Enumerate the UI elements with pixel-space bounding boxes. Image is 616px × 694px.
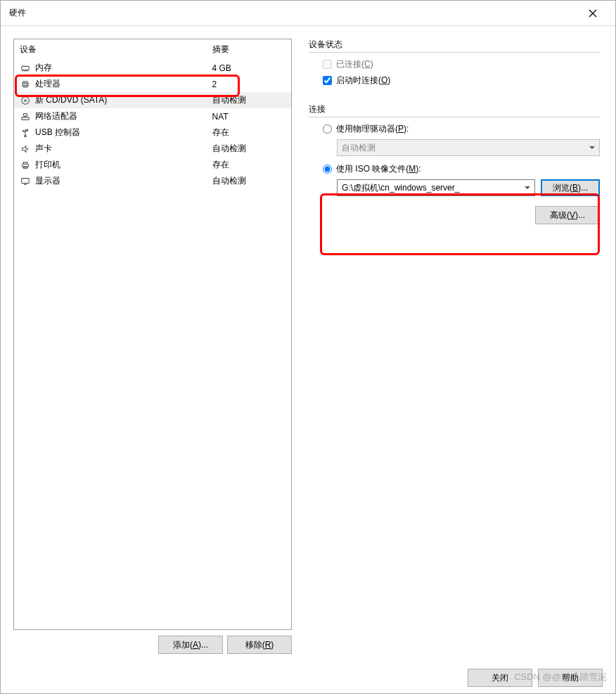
connected-label: 已连接(C) bbox=[336, 58, 373, 70]
device-name: 打印机 bbox=[35, 160, 60, 169]
usb-icon bbox=[20, 127, 31, 139]
dialog-body: 设备 摘要 内存4 GB处理器2新 CD/DVD (SATA)自动检测网络适配器… bbox=[1, 26, 615, 662]
close-dialog-button[interactable]: 关闭 bbox=[468, 669, 532, 687]
network-icon bbox=[20, 111, 31, 122]
device-cell: 显示器 bbox=[14, 173, 207, 189]
device-name: 声卡 bbox=[35, 143, 52, 153]
device-cell: 打印机 bbox=[14, 157, 207, 173]
device-cell: 内存 bbox=[14, 60, 207, 76]
physical-drive-label: 使用物理驱动器(P): bbox=[336, 123, 409, 135]
advanced-button[interactable]: 高级(V)... bbox=[535, 206, 600, 224]
device-summary: 自动检测 bbox=[207, 173, 291, 189]
device-cell: 网络适配器 bbox=[14, 108, 207, 124]
physical-drive-combo[interactable]: 自动检测 bbox=[337, 139, 600, 156]
dialog-header: 硬件 bbox=[1, 1, 615, 26]
iso-label: 使用 ISO 映像文件(M): bbox=[336, 163, 421, 175]
device-name: USB 控制器 bbox=[35, 127, 80, 137]
device-summary: 存在 bbox=[207, 157, 291, 173]
connect-on-power-label: 启动时连接(O) bbox=[336, 75, 390, 86]
right-panel: 设备状态 已连接(C) 启动时连接(O) 连接 bbox=[306, 39, 603, 654]
connection-group: 连接 使用物理驱动器(P): 自动检测 使用 ISO 映像文件(M): bbox=[309, 103, 600, 224]
device-summary: 自动检测 bbox=[207, 141, 291, 157]
device-list[interactable]: 设备 摘要 内存4 GB处理器2新 CD/DVD (SATA)自动检测网络适配器… bbox=[13, 39, 292, 630]
device-name: 新 CD/DVD (SATA) bbox=[35, 95, 107, 105]
close-button[interactable] bbox=[579, 2, 607, 25]
device-summary: 存在 bbox=[207, 124, 291, 141]
device-cell: 处理器 bbox=[14, 76, 207, 92]
left-button-row: 添加(A)... 移除(R) bbox=[13, 636, 292, 654]
table-row[interactable]: 打印机存在 bbox=[14, 157, 291, 173]
close-icon bbox=[589, 9, 597, 18]
table-row[interactable]: 新 CD/DVD (SATA)自动检测 bbox=[14, 92, 291, 108]
table-row[interactable]: USB 控制器存在 bbox=[14, 124, 291, 141]
device-summary: 2 bbox=[207, 76, 291, 92]
device-cell: 新 CD/DVD (SATA) bbox=[14, 92, 207, 108]
device-name: 显示器 bbox=[35, 176, 60, 186]
add-button[interactable]: 添加(A)... bbox=[158, 636, 223, 654]
device-summary: NAT bbox=[207, 108, 291, 124]
left-panel: 设备 摘要 内存4 GB处理器2新 CD/DVD (SATA)自动检测网络适配器… bbox=[13, 39, 292, 654]
device-cell: 声卡 bbox=[14, 141, 207, 157]
dialog-title: 硬件 bbox=[9, 7, 579, 19]
display-icon bbox=[20, 176, 31, 187]
device-status-group: 设备状态 已连接(C) 启动时连接(O) bbox=[309, 39, 600, 91]
device-name: 网络适配器 bbox=[35, 111, 77, 121]
col-header-device: 设备 bbox=[14, 39, 207, 60]
device-cell: USB 控制器 bbox=[14, 124, 207, 141]
memory-icon bbox=[20, 63, 31, 74]
browse-button[interactable]: 浏览(B)... bbox=[541, 179, 600, 196]
device-summary: 自动检测 bbox=[207, 92, 291, 108]
connection-title: 连接 bbox=[309, 103, 600, 117]
col-header-summary: 摘要 bbox=[207, 39, 291, 60]
physical-drive-radio-row[interactable]: 使用物理驱动器(P): bbox=[323, 123, 600, 135]
device-summary: 4 GB bbox=[207, 60, 291, 76]
remove-button[interactable]: 移除(R) bbox=[227, 636, 292, 654]
table-row[interactable]: 内存4 GB bbox=[14, 60, 291, 76]
printer-icon bbox=[20, 160, 31, 171]
connected-checkbox[interactable] bbox=[323, 60, 332, 69]
device-name: 处理器 bbox=[35, 79, 60, 89]
table-row[interactable]: 显示器自动检测 bbox=[14, 173, 291, 189]
physical-drive-radio[interactable] bbox=[323, 124, 332, 134]
table-row[interactable]: 处理器2 bbox=[14, 76, 291, 92]
connect-on-power-row[interactable]: 启动时连接(O) bbox=[323, 75, 600, 86]
sound-icon bbox=[20, 143, 31, 155]
device-table: 设备 摘要 内存4 GB处理器2新 CD/DVD (SATA)自动检测网络适配器… bbox=[14, 39, 291, 189]
cpu-icon bbox=[20, 79, 31, 90]
table-row[interactable]: 网络适配器NAT bbox=[14, 108, 291, 124]
dialog-footer: 关闭 帮助 bbox=[1, 662, 615, 693]
iso-radio-row[interactable]: 使用 ISO 映像文件(M): bbox=[323, 163, 600, 175]
hardware-dialog: 硬件 设备 摘要 内存4 GB处理器2新 CD/DVD (SATA)自动检测网络… bbox=[0, 0, 616, 694]
device-name: 内存 bbox=[35, 63, 52, 72]
device-status-title: 设备状态 bbox=[309, 39, 600, 53]
iso-path-combo[interactable]: G:\虚拟机\cn_windows_server_ bbox=[337, 179, 535, 196]
iso-radio[interactable] bbox=[323, 165, 332, 174]
table-row[interactable]: 声卡自动检测 bbox=[14, 141, 291, 157]
connect-on-power-checkbox[interactable] bbox=[323, 76, 332, 85]
connected-checkbox-row[interactable]: 已连接(C) bbox=[323, 58, 600, 70]
help-button[interactable]: 帮助 bbox=[538, 669, 603, 687]
cd-icon bbox=[20, 95, 31, 106]
